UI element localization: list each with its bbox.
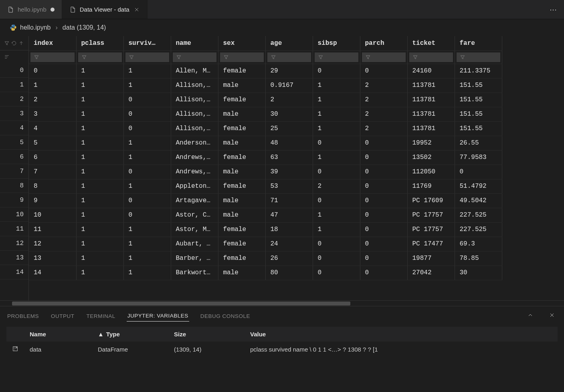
cell-index[interactable]: 2 — [29, 92, 76, 107]
cell-sibsp[interactable]: 1 — [313, 208, 360, 222]
cell-parch[interactable]: 0 — [360, 136, 407, 150]
cell-survived[interactable]: 1 — [123, 179, 171, 193]
cell-sex[interactable]: male — [218, 136, 265, 150]
cell-sibsp[interactable]: 1 — [313, 107, 360, 121]
cell-index[interactable]: 10 — [29, 208, 76, 222]
cell-age[interactable]: 30 — [265, 107, 313, 121]
cell-sex[interactable]: female — [218, 179, 265, 193]
cell-pclass[interactable]: 1 — [76, 150, 123, 165]
cell-age[interactable]: 29 — [265, 64, 313, 78]
cell-pclass[interactable]: 1 — [76, 78, 123, 92]
cell-pclass[interactable]: 1 — [76, 92, 123, 107]
table-row[interactable]: 111Allison,…male0.916712113781151.55 — [29, 78, 502, 92]
row-number[interactable]: 1 — [0, 78, 28, 92]
var-col-name[interactable]: Name — [24, 327, 92, 342]
column-header-survived[interactable]: surviv… — [123, 36, 171, 50]
cell-name[interactable]: Anderson… — [171, 136, 218, 150]
cell-sibsp[interactable]: 1 — [313, 222, 360, 237]
cell-parch[interactable]: 0 — [360, 179, 407, 193]
table-row[interactable]: 210Allison,…female212113781151.55 — [29, 92, 502, 107]
cell-parch[interactable]: 0 — [360, 193, 407, 208]
cell-fare[interactable]: 151.55 — [455, 121, 502, 136]
table-row[interactable]: 611Andrews,…female63101350277.9583 — [29, 150, 502, 165]
cell-sex[interactable]: male — [218, 78, 265, 92]
row-number[interactable]: 3 — [0, 107, 28, 121]
cell-ticket[interactable]: PC 17477 — [407, 237, 455, 251]
cell-sex[interactable]: female — [218, 251, 265, 265]
cell-index[interactable]: 3 — [29, 107, 76, 121]
column-header-name[interactable]: name — [171, 36, 218, 50]
cell-parch[interactable]: 0 — [360, 222, 407, 237]
column-header-age[interactable]: age — [265, 36, 313, 50]
table-row[interactable]: 011Allen, M…female290024160211.3375 — [29, 64, 502, 78]
cell-survived[interactable]: 0 — [123, 165, 171, 179]
cell-survived[interactable]: 1 — [123, 237, 171, 251]
row-number[interactable]: 9 — [0, 193, 28, 207]
cell-age[interactable]: 48 — [265, 136, 313, 150]
data-grid[interactable]: indexpclasssurviv…namesexagesibspparchti… — [29, 36, 564, 300]
panel-tab-problems[interactable]: PROBLEMS — [6, 311, 40, 322]
close-panel-icon[interactable] — [546, 312, 558, 320]
cell-sex[interactable]: male — [218, 208, 265, 222]
table-row[interactable]: 410Allison,…female2512113781151.55 — [29, 121, 502, 136]
cell-age[interactable]: 24 — [265, 237, 313, 251]
cell-sex[interactable]: male — [218, 265, 265, 280]
row-number[interactable]: 4 — [0, 121, 28, 135]
cell-ticket[interactable]: 13502 — [407, 150, 455, 165]
column-header-sex[interactable]: sex — [218, 36, 265, 50]
cell-name[interactable]: Barber, … — [171, 251, 218, 265]
cell-name[interactable]: Astor, M… — [171, 222, 218, 237]
cell-pclass[interactable]: 1 — [76, 64, 123, 78]
horizontal-scrollbar[interactable] — [0, 300, 564, 306]
cell-parch[interactable]: 0 — [360, 265, 407, 280]
column-filter-fare[interactable] — [455, 50, 502, 64]
cell-parch[interactable]: 2 — [360, 92, 407, 107]
row-number[interactable]: 8 — [0, 179, 28, 193]
row-number[interactable]: 5 — [0, 135, 28, 150]
panel-tab-output[interactable]: OUTPUT — [50, 311, 75, 322]
cell-ticket[interactable]: 19877 — [407, 251, 455, 265]
cell-sibsp[interactable]: 0 — [313, 193, 360, 208]
row-number[interactable]: 13 — [0, 251, 28, 265]
column-filter-parch[interactable] — [360, 50, 407, 64]
cell-index[interactable]: 12 — [29, 237, 76, 251]
column-header-fare[interactable]: fare — [455, 36, 502, 50]
cell-sibsp[interactable]: 1 — [313, 150, 360, 165]
cell-sex[interactable]: male — [218, 193, 265, 208]
var-col-type[interactable]: ▲Type — [92, 327, 168, 342]
cell-pclass[interactable]: 1 — [76, 208, 123, 222]
table-row[interactable]: 1411Barkwort…male80002704230 — [29, 265, 502, 280]
cell-name[interactable]: Andrews,… — [171, 165, 218, 179]
table-row[interactable]: 1311Barber, …female26001987778.85 — [29, 251, 502, 265]
table-row[interactable]: 910Artagave…male7100PC 1760949.5042 — [29, 193, 502, 208]
close-icon[interactable] — [133, 6, 140, 13]
cell-fare[interactable]: 211.3375 — [455, 64, 502, 78]
row-number[interactable]: 11 — [0, 222, 28, 236]
column-filter-sex[interactable] — [218, 50, 265, 64]
cell-fare[interactable]: 49.5042 — [455, 193, 502, 208]
cell-ticket[interactable]: 113781 — [407, 107, 455, 121]
table-row[interactable]: 1111Astor, M…female1810PC 17757227.525 — [29, 222, 502, 237]
cell-survived[interactable]: 1 — [123, 251, 171, 265]
cell-parch[interactable]: 0 — [360, 150, 407, 165]
cell-survived[interactable]: 1 — [123, 222, 171, 237]
cell-sibsp[interactable]: 0 — [313, 165, 360, 179]
cell-sex[interactable]: female — [218, 237, 265, 251]
cell-sex[interactable]: male — [218, 165, 265, 179]
breadcrumb-file[interactable]: hello.ipynb — [10, 24, 51, 31]
tab-data-viewer[interactable]: Data Viewer - data — [62, 0, 148, 19]
cell-ticket[interactable]: 27042 — [407, 265, 455, 280]
row-number[interactable]: 7 — [0, 164, 28, 179]
cell-name[interactable]: Appleton… — [171, 179, 218, 193]
column-filter-survived[interactable] — [123, 50, 171, 64]
cell-index[interactable]: 14 — [29, 265, 76, 280]
cell-index[interactable]: 9 — [29, 193, 76, 208]
refresh-icon[interactable] — [11, 40, 17, 46]
more-actions-icon[interactable]: ⋯ — [543, 5, 564, 14]
filter-icon[interactable] — [4, 40, 10, 46]
variable-row[interactable]: data DataFrame (1309, 14) pclass survive… — [6, 342, 558, 357]
cell-sibsp[interactable]: 0 — [313, 237, 360, 251]
cell-fare[interactable]: 151.55 — [455, 78, 502, 92]
cell-age[interactable]: 2 — [265, 92, 313, 107]
cell-sibsp[interactable]: 1 — [313, 121, 360, 136]
